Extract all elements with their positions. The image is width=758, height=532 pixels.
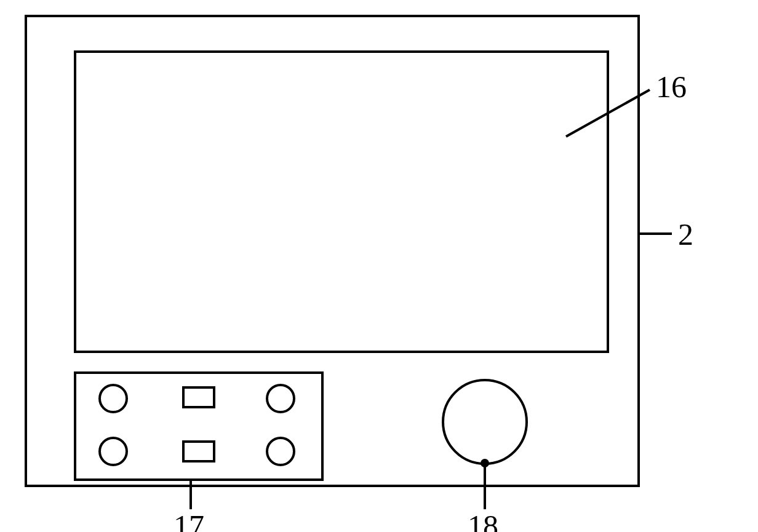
leader-18 <box>484 463 486 509</box>
panel-button-circle <box>98 384 128 413</box>
label-2: 2 <box>678 216 693 252</box>
display-screen <box>74 50 609 353</box>
panel-button-circle <box>98 437 128 466</box>
panel-button-circle <box>266 437 295 466</box>
label-16: 16 <box>656 69 687 105</box>
panel-button-circle <box>266 384 295 413</box>
leader-17 <box>190 478 192 509</box>
label-17: 17 <box>174 508 204 532</box>
panel-button-rect <box>182 386 215 408</box>
leader-2 <box>640 232 672 235</box>
label-18: 18 <box>468 508 498 532</box>
knob <box>442 379 528 465</box>
panel-button-rect <box>182 440 215 463</box>
leader-18-dot <box>481 459 489 467</box>
diagram-canvas: 16 2 17 18 <box>0 0 758 532</box>
